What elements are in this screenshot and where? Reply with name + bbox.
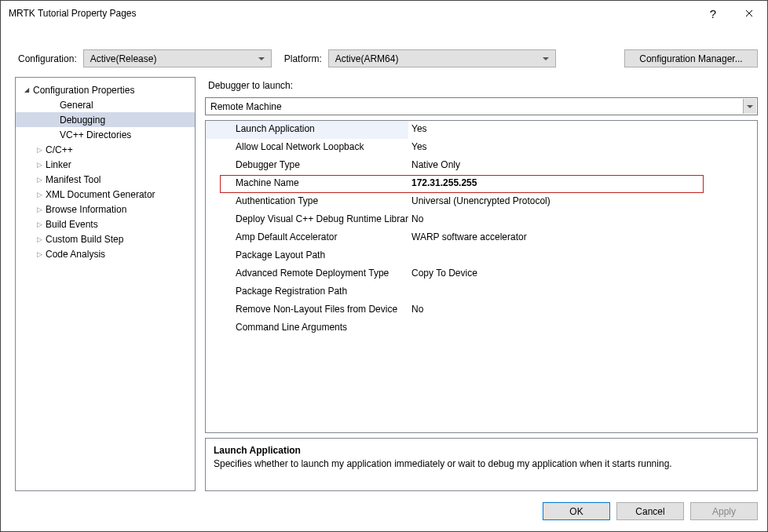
property-row-debugger-type[interactable]: Debugger TypeNative Only: [206, 157, 757, 175]
cancel-label: Cancel: [635, 506, 664, 517]
property-name: Amp Default Accelerator: [206, 229, 408, 247]
property-row-remove-non-layout-files-from-device[interactable]: Remove Non-Layout Files from DeviceNo: [206, 301, 757, 319]
tree-item-custom-build-step[interactable]: Custom Build Step: [16, 231, 195, 246]
platform-value: Active(ARM64): [335, 53, 399, 64]
property-value[interactable]: Native Only: [408, 157, 757, 175]
tree-item-label: Manifest Tool: [46, 174, 101, 185]
property-value[interactable]: WARP software accelerator: [408, 229, 757, 247]
debugger-to-launch-select[interactable]: Remote Machine: [205, 97, 758, 115]
tree-item-label: Custom Build Step: [46, 234, 123, 245]
dropdown-arrow-icon[interactable]: [743, 99, 756, 114]
tree-item-browse-information[interactable]: Browse Information: [16, 202, 195, 217]
property-value[interactable]: Universal (Unencrypted Protocol): [408, 193, 757, 211]
tree-item-build-events[interactable]: Build Events: [16, 217, 195, 231]
property-tree[interactable]: Configuration Properties GeneralDebuggin…: [15, 77, 196, 491]
tree-item-linker[interactable]: Linker: [16, 157, 195, 172]
debugger-to-launch-label: Debugger to launch:: [205, 77, 758, 93]
property-name: Authentication Type: [206, 193, 408, 211]
tree-item-label: Debugging: [60, 115, 105, 126]
tree-item-label: C/C++: [46, 144, 73, 155]
ok-button[interactable]: OK: [543, 502, 610, 520]
tree-item-vc-directories[interactable]: VC++ Directories: [16, 127, 195, 142]
configuration-manager-label: Configuration Manager...: [639, 53, 742, 64]
tree-item-label: XML Document Generator: [46, 189, 155, 200]
property-name: Advanced Remote Deployment Type: [206, 265, 408, 283]
property-name: Deploy Visual C++ Debug Runtime Librarie…: [206, 211, 408, 229]
property-description: Launch Application Specifies whether to …: [205, 438, 758, 491]
property-grid[interactable]: Launch ApplicationYesAllow Local Network…: [205, 120, 758, 433]
tree-item-c-c-[interactable]: C/C++: [16, 142, 195, 157]
property-value[interactable]: No: [408, 301, 757, 319]
expand-icon[interactable]: [35, 235, 44, 243]
expand-icon[interactable]: [35, 146, 44, 154]
tree-item-label: Browse Information: [46, 204, 126, 215]
property-value[interactable]: [408, 283, 757, 301]
apply-label: Apply: [712, 506, 736, 517]
cancel-button[interactable]: Cancel: [616, 502, 684, 520]
property-name: Package Layout Path: [206, 247, 408, 265]
property-name: Machine Name: [206, 175, 408, 193]
property-row-package-registration-path[interactable]: Package Registration Path: [206, 283, 757, 301]
property-name: Package Registration Path: [206, 283, 408, 301]
tree-item-label: Linker: [46, 159, 71, 170]
tree-item-debugging[interactable]: Debugging: [16, 112, 195, 127]
ok-label: OK: [569, 506, 583, 517]
apply-button[interactable]: Apply: [690, 502, 758, 520]
property-row-amp-default-accelerator[interactable]: Amp Default AcceleratorWARP software acc…: [206, 229, 757, 247]
tree-item-label: Build Events: [46, 219, 98, 230]
property-row-package-layout-path[interactable]: Package Layout Path: [206, 247, 757, 265]
tree-item-general[interactable]: General: [16, 97, 195, 112]
property-row-allow-local-network-loopback[interactable]: Allow Local Network LoopbackYes: [206, 139, 757, 157]
description-title: Launch Application: [214, 445, 749, 456]
property-name: Launch Application: [206, 121, 408, 139]
expand-icon[interactable]: [35, 191, 44, 199]
property-row-launch-application[interactable]: Launch ApplicationYes: [206, 121, 757, 139]
property-value[interactable]: 172.31.255.255: [408, 175, 757, 193]
expand-icon[interactable]: [35, 220, 44, 228]
property-value[interactable]: No: [408, 211, 757, 229]
platform-label: Platform:: [284, 53, 322, 64]
property-name: Allow Local Network Loopback: [206, 139, 408, 157]
expand-icon[interactable]: [35, 250, 44, 258]
property-row-authentication-type[interactable]: Authentication TypeUniversal (Unencrypte…: [206, 193, 757, 211]
property-value[interactable]: Copy To Device: [408, 265, 757, 283]
configuration-value: Active(Release): [90, 53, 157, 64]
property-name: Debugger Type: [206, 157, 408, 175]
tree-item-xml-document-generator[interactable]: XML Document Generator: [16, 187, 195, 202]
property-value[interactable]: [408, 319, 757, 337]
config-bar: Configuration: Active(Release) Platform:…: [1, 26, 767, 77]
property-value[interactable]: Yes: [408, 139, 757, 157]
property-value[interactable]: Yes: [408, 121, 757, 139]
tree-root-label: Configuration Properties: [33, 85, 134, 96]
property-row-advanced-remote-deployment-type[interactable]: Advanced Remote Deployment TypeCopy To D…: [206, 265, 757, 283]
property-value[interactable]: [408, 247, 757, 265]
configuration-label: Configuration:: [18, 53, 77, 64]
tree-item-manifest-tool[interactable]: Manifest Tool: [16, 172, 195, 187]
dialog-footer: OK Cancel Apply: [1, 497, 767, 531]
close-button[interactable]: [731, 1, 767, 26]
tree-item-label: VC++ Directories: [60, 129, 131, 140]
tree-item-label: Code Analysis: [46, 249, 105, 260]
tree-root[interactable]: Configuration Properties: [16, 82, 195, 97]
expand-icon[interactable]: [22, 86, 31, 93]
debugger-to-launch-value: Remote Machine: [210, 101, 282, 112]
configuration-manager-button[interactable]: Configuration Manager...: [624, 49, 758, 67]
titlebar: MRTK Tutorial Property Pages ?: [1, 1, 767, 26]
platform-select[interactable]: Active(ARM64): [328, 49, 556, 67]
close-icon: [745, 9, 753, 17]
expand-icon[interactable]: [35, 161, 44, 169]
main-area: Configuration Properties GeneralDebuggin…: [1, 77, 767, 497]
property-row-deploy-visual-c-debug-runtime-libraries[interactable]: Deploy Visual C++ Debug Runtime Librarie…: [206, 211, 757, 229]
property-name: Remove Non-Layout Files from Device: [206, 301, 408, 319]
help-icon: ?: [710, 7, 716, 20]
tree-item-label: General: [60, 100, 93, 111]
tree-item-code-analysis[interactable]: Code Analysis: [16, 246, 195, 261]
property-row-machine-name[interactable]: Machine Name172.31.255.255: [206, 175, 757, 193]
property-row-command-line-arguments[interactable]: Command Line Arguments: [206, 319, 757, 337]
configuration-select[interactable]: Active(Release): [83, 49, 272, 67]
help-button[interactable]: ?: [695, 1, 731, 26]
expand-icon[interactable]: [35, 176, 44, 184]
right-pane: Debugger to launch: Remote Machine Launc…: [205, 77, 758, 491]
expand-icon[interactable]: [35, 206, 44, 213]
property-name: Command Line Arguments: [206, 319, 408, 337]
